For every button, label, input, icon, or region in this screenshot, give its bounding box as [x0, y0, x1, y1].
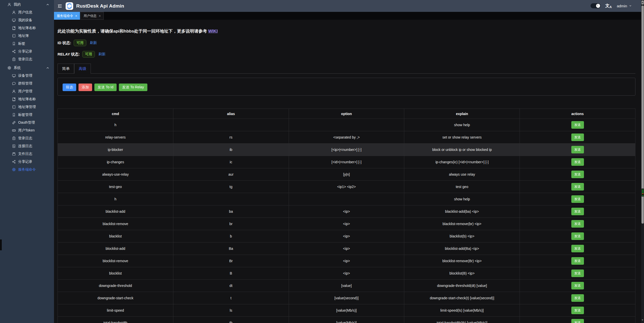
table-row: ip-changesic[<id>|<number>] [-]ip-change…	[58, 156, 635, 168]
toolbar-button[interactable]: 发送 To Relay	[119, 84, 147, 91]
close-icon[interactable]: ×	[99, 14, 101, 18]
status-badge: 可用	[82, 51, 95, 58]
cell-actions: 发送	[520, 267, 635, 280]
send-button[interactable]: 发送	[571, 257, 584, 265]
scrollbar-up-button[interactable]	[641, 1, 644, 5]
cell-option	[289, 119, 404, 131]
cell-option: <ip>	[289, 230, 404, 243]
send-button[interactable]: 发送	[571, 232, 584, 240]
table-row: test-geotg<ip1> <ip2>test geo发送	[58, 181, 635, 193]
theme-toggle[interactable]: ☾	[591, 3, 601, 8]
cell-option: <ip1> <ip2>	[289, 181, 404, 193]
toolbar-card: 筛选添加发送 To Id发送 To Relay	[58, 78, 635, 96]
sidebar-item-label: 地址簿	[18, 34, 29, 38]
send-button[interactable]: 发送	[571, 133, 584, 141]
sidebar-item[interactable]: 服务端命令	[0, 166, 54, 173]
book-icon	[12, 97, 16, 101]
sidebar-item[interactable]: 标签	[0, 40, 54, 47]
close-icon[interactable]: ×	[75, 14, 77, 18]
table-row: downgrade-start-checkt[value(second)]dow…	[58, 292, 635, 304]
sidebar-item[interactable]: 分享记录	[0, 47, 54, 55]
cell-cmd: relay-servers	[58, 131, 173, 144]
sidebar-item[interactable]: 用户Token	[0, 126, 54, 134]
refresh-id-link[interactable]: 刷新	[90, 41, 97, 45]
send-button[interactable]: 发送	[571, 183, 584, 191]
scrollbar-marker-line	[642, 191, 643, 191]
send-button[interactable]: 发送	[571, 282, 584, 289]
sidebar-item[interactable]: 文件日志	[0, 150, 54, 158]
cell-alias: t	[173, 292, 289, 304]
sidebar-item[interactable]: 地址簿	[0, 32, 54, 40]
menu-fold-icon[interactable]	[58, 4, 62, 8]
cell-actions: 发送	[520, 317, 635, 323]
cell-alias: dt	[173, 280, 289, 292]
send-button[interactable]: 发送	[571, 171, 584, 178]
send-button[interactable]: 发送	[571, 270, 584, 277]
sidebar-item[interactable]: 分享记录	[0, 158, 54, 166]
cell-explain: downgrade-threshold(dt) [value]	[404, 280, 520, 292]
sidebar-section-header-my[interactable]: 我的	[0, 1, 54, 8]
tab-advanced[interactable]: 高级	[74, 64, 91, 74]
refresh-relay-link[interactable]: 刷新	[98, 52, 105, 57]
scrollbar-marker-line	[642, 195, 643, 196]
sidebar-item[interactable]: 用户管理	[0, 87, 54, 95]
sidebar-item[interactable]: 用户信息	[0, 8, 54, 16]
sidebar-item[interactable]: 登录日志	[0, 134, 54, 142]
send-button[interactable]: 发送	[571, 220, 584, 228]
relay-status-row: RELAY 状态: 可用 刷新	[58, 51, 635, 58]
sidebar-item-label: 登录日志	[18, 57, 32, 62]
cell-alias: aur	[173, 168, 289, 181]
document-icon	[12, 144, 16, 148]
send-button[interactable]: 发送	[571, 245, 584, 252]
scrollbar-marker-line	[642, 194, 643, 194]
route-tab[interactable]: 用户信息×	[80, 12, 104, 20]
cell-cmd: blocklist-add	[58, 243, 173, 255]
sidebar-item[interactable]: 登录日志	[0, 55, 54, 63]
send-button[interactable]: 发送	[571, 208, 584, 215]
sidebar-item-label: 分享记录	[18, 49, 32, 54]
wiki-link[interactable]: WIKI	[208, 29, 218, 34]
scrollbar[interactable]	[641, 0, 644, 323]
cell-alias: ib	[173, 144, 289, 156]
send-button[interactable]: 发送	[571, 319, 584, 323]
send-button[interactable]: 发送	[571, 121, 584, 129]
bookmark-icon	[12, 42, 16, 46]
sidebar-item[interactable]: 地址簿名称	[0, 95, 54, 103]
cell-alias: Ba	[173, 243, 289, 255]
column-header-actions: actions	[520, 109, 635, 119]
cell-alias: B	[173, 267, 289, 280]
route-tab[interactable]: 服务端命令×	[54, 12, 80, 20]
toolbar-button[interactable]: 添加	[78, 84, 92, 91]
sidebar-section-my: 我的用户信息我的设备地址簿名称地址簿标签分享记录登录日志	[0, 1, 54, 63]
sidebar-item[interactable]: 标签管理	[0, 111, 54, 119]
sidebar-item[interactable]: 地址簿管理	[0, 103, 54, 111]
send-button[interactable]: 发送	[571, 195, 584, 203]
toolbar-button[interactable]: 筛选	[63, 84, 76, 91]
cell-cmd: blocklist-remove	[58, 255, 173, 267]
cell-option: [y|n]	[289, 168, 404, 181]
cell-alias	[173, 193, 289, 205]
tab-simple[interactable]: 简单	[58, 64, 74, 74]
sidebar-item[interactable]: 群组管理	[0, 79, 54, 87]
sidebar-section-header-system[interactable]: 系统	[0, 64, 54, 72]
sidebar-item[interactable]: 设备管理	[0, 72, 54, 79]
sidebar-item[interactable]: 连接日志	[0, 142, 54, 150]
send-button[interactable]: 发送	[571, 294, 584, 302]
sidebar-item-label: 连接日志	[18, 144, 32, 148]
user-menu[interactable]: admin	[617, 4, 632, 8]
page-title: RustDesk Api Admin	[76, 3, 124, 9]
chevron-up-icon	[46, 3, 50, 7]
cell-actions: 发送	[520, 243, 635, 255]
send-button[interactable]: 发送	[571, 307, 584, 314]
sidebar-item[interactable]: 地址簿名称	[0, 24, 54, 32]
toolbar-button[interactable]: 发送 To Id	[94, 84, 117, 91]
send-button[interactable]: 发送	[571, 146, 584, 153]
scrollbar-down-button[interactable]	[642, 319, 643, 321]
cell-actions: 发送	[520, 255, 635, 267]
language-icon[interactable]: 文A	[605, 3, 612, 9]
send-button[interactable]: 发送	[571, 158, 584, 166]
cell-explain: block or unblock ip or show blocked ip	[404, 144, 520, 156]
cell-actions: 发送	[520, 181, 635, 193]
sidebar-item[interactable]: 我的设备	[0, 16, 54, 24]
sidebar-item[interactable]: Oauth管理	[0, 119, 54, 126]
